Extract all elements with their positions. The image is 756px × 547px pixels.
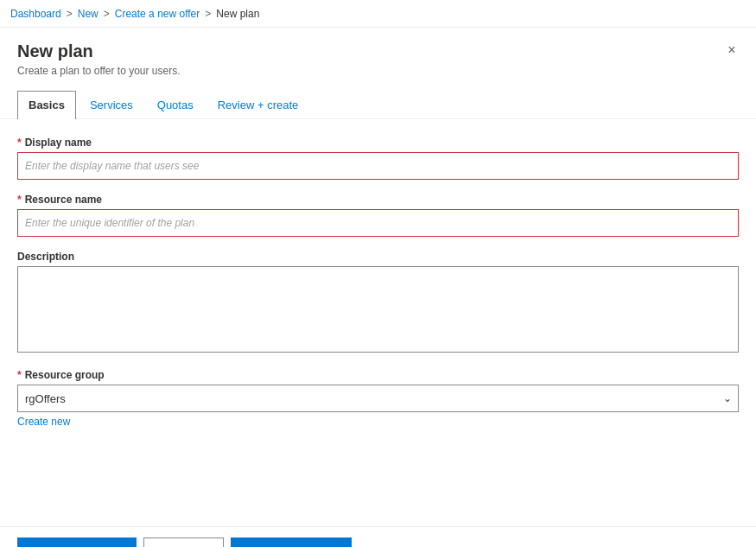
close-button[interactable]: × bbox=[721, 40, 742, 60]
description-label: Description bbox=[17, 251, 739, 263]
display-name-label-text: Display name bbox=[25, 137, 92, 149]
tab-review-create[interactable]: Review + create bbox=[207, 91, 309, 118]
review-create-button[interactable]: Review + create bbox=[17, 537, 137, 548]
display-name-group: * Display name bbox=[17, 137, 739, 180]
resource-name-group: * Resource name bbox=[17, 194, 739, 237]
tab-services[interactable]: Services bbox=[79, 91, 143, 118]
breadcrumb-create-offer[interactable]: Create a new offer bbox=[115, 8, 200, 20]
next-button[interactable]: Next : Services > bbox=[231, 537, 353, 548]
resource-name-label-text: Resource name bbox=[25, 194, 102, 206]
panel-title: New plan bbox=[17, 41, 739, 61]
panel-subtitle: Create a plan to offer to your users. bbox=[17, 65, 739, 77]
breadcrumb: Dashboard > New > Create a new offer > N… bbox=[10, 8, 259, 20]
resource-group-label-text: Resource group bbox=[25, 369, 105, 381]
display-name-required: * bbox=[17, 137, 22, 149]
display-name-label: * Display name bbox=[17, 137, 739, 149]
breadcrumb-new[interactable]: New bbox=[78, 8, 98, 20]
description-group: Description bbox=[17, 251, 739, 355]
create-new-link[interactable]: Create new bbox=[17, 416, 70, 428]
form-content: * Display name * Resource name Descripti… bbox=[0, 119, 756, 526]
resource-group-group: * Resource group rgOffers ⌄ Create new bbox=[17, 369, 739, 428]
resource-name-input[interactable] bbox=[17, 209, 739, 237]
panel-header: New plan Create a plan to offer to your … bbox=[0, 28, 756, 84]
resource-name-required: * bbox=[17, 194, 22, 206]
breadcrumb-sep-2: > bbox=[104, 8, 110, 20]
breadcrumb-current: New plan bbox=[216, 8, 259, 20]
tab-bar: Basics Services Quotas Review + create bbox=[0, 91, 756, 119]
resource-group-label: * Resource group bbox=[17, 369, 739, 381]
breadcrumb-sep-3: > bbox=[205, 8, 211, 20]
display-name-input[interactable] bbox=[17, 152, 739, 180]
resource-group-select-wrapper: rgOffers ⌄ bbox=[17, 385, 739, 412]
description-label-text: Description bbox=[17, 251, 74, 263]
breadcrumb-bar: Dashboard > New > Create a new offer > N… bbox=[0, 0, 756, 28]
resource-name-label: * Resource name bbox=[17, 194, 739, 206]
panel-footer: Review + create Previous Next : Services… bbox=[0, 526, 756, 547]
tab-quotas[interactable]: Quotas bbox=[147, 91, 204, 118]
breadcrumb-sep-1: > bbox=[67, 8, 73, 20]
resource-group-required: * bbox=[17, 369, 22, 381]
tab-basics[interactable]: Basics bbox=[17, 91, 76, 119]
description-textarea[interactable] bbox=[17, 266, 739, 353]
resource-group-select[interactable]: rgOffers bbox=[17, 385, 739, 412]
breadcrumb-dashboard[interactable]: Dashboard bbox=[10, 8, 61, 20]
previous-button[interactable]: Previous bbox=[143, 537, 224, 548]
main-panel: New plan Create a plan to offer to your … bbox=[0, 28, 756, 547]
